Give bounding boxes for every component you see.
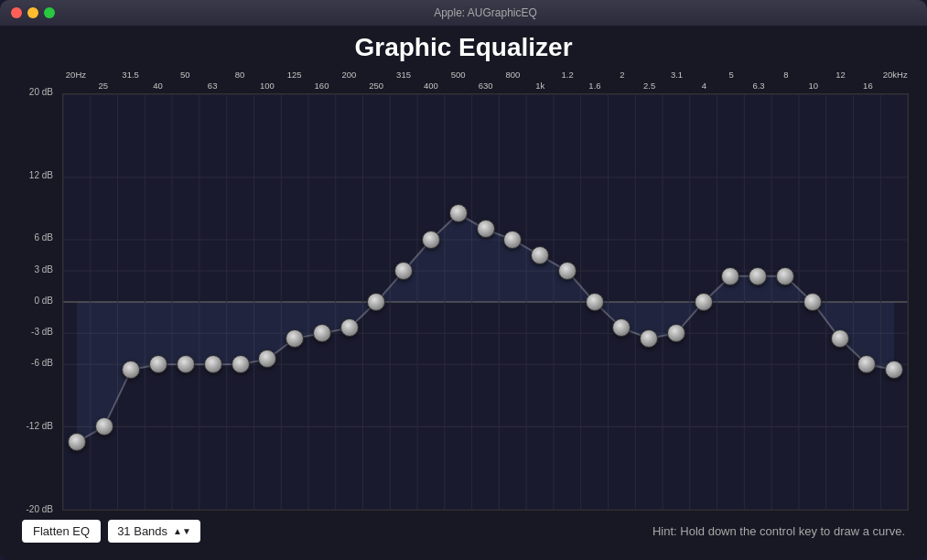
freq-label-bottom: 250 <box>362 81 390 91</box>
eq-knob-20[interactable] <box>612 318 631 337</box>
eq-knob-5[interactable] <box>204 355 222 373</box>
freq-label-top <box>472 70 500 80</box>
freq-label-bottom: 160 <box>308 81 336 91</box>
eq-knob-0[interactable] <box>68 433 86 451</box>
freq-label-top: 200 <box>335 70 362 80</box>
freq-label-bottom: 630 <box>472 81 500 91</box>
freq-label-bottom <box>226 81 253 91</box>
freq-label-bottom: 16 <box>854 81 881 91</box>
freq-label-top: 50 <box>171 70 199 80</box>
freq-label-top <box>145 70 172 80</box>
eq-knob-13[interactable] <box>422 231 440 249</box>
eq-knob-25[interactable] <box>749 267 767 285</box>
flatten-eq-button[interactable]: Flatten EQ <box>22 520 101 543</box>
freq-label-top <box>90 70 117 80</box>
freq-label-top: 20Hz <box>62 70 90 80</box>
eq-knob-11[interactable] <box>367 293 385 311</box>
freq-label-bottom <box>62 81 90 91</box>
freq-label-top: 800 <box>500 70 527 80</box>
bands-arrow-icon: ▲▼ <box>173 528 191 534</box>
eq-knob-2[interactable] <box>122 361 140 379</box>
title-bar: Apple: AUGraphicEQ <box>0 0 927 26</box>
minimize-button[interactable] <box>27 7 38 18</box>
db-label: -12 dB <box>27 422 57 431</box>
freq-label-bottom <box>609 81 636 91</box>
freq-label-top: 500 <box>445 70 472 80</box>
eq-knob-3[interactable] <box>149 355 167 373</box>
freq-label-top: 20kHz <box>881 70 909 80</box>
eq-knob-1[interactable] <box>95 417 113 436</box>
hint-text: Hint: Hold down the control key to draw … <box>200 524 905 538</box>
freq-label-bottom <box>772 81 800 91</box>
eq-knob-27[interactable] <box>803 293 822 311</box>
eq-knob-12[interactable] <box>394 262 413 280</box>
eq-knob-10[interactable] <box>340 318 359 337</box>
freq-label-top <box>526 70 554 80</box>
freq-label-bottom <box>390 81 417 91</box>
freq-label-bottom: 6.3 <box>745 81 772 91</box>
chart-area <box>62 93 909 511</box>
eq-knob-30[interactable] <box>885 361 903 379</box>
freq-label-top <box>417 70 445 80</box>
freq-label-bottom <box>117 81 145 91</box>
freq-label-top: 80 <box>226 70 253 80</box>
freq-label-bottom: 400 <box>417 81 445 91</box>
freq-label-bottom <box>881 81 909 91</box>
page-title: Graphic Equalizer <box>18 33 909 62</box>
eq-knob-29[interactable] <box>857 355 876 373</box>
eq-container: 20Hz31.550801252003155008001.223.1581220… <box>18 70 909 511</box>
freq-label-top <box>745 70 772 80</box>
freq-label-bottom <box>663 81 691 91</box>
db-label: -6 dB <box>31 359 57 368</box>
eq-chart: 20 dB12 dB6 dB3 dB0 dB-3 dB-6 dB-12 dB-2… <box>18 93 909 511</box>
freq-label-top: 3.1 <box>663 70 691 80</box>
freq-label-top: 31.5 <box>117 70 145 80</box>
freq-label-bottom <box>281 81 308 91</box>
freq-label-bottom: 40 <box>145 81 172 91</box>
freq-label-bottom: 10 <box>800 81 827 91</box>
eq-knob-16[interactable] <box>503 231 522 249</box>
freq-label-bottom <box>500 81 527 91</box>
freq-label-top: 5 <box>717 70 745 80</box>
freq-label-bottom: 63 <box>199 81 226 91</box>
close-button[interactable] <box>11 7 22 18</box>
freq-label-bottom <box>554 81 581 91</box>
freq-label-top: 8 <box>772 70 800 80</box>
bands-select-button[interactable]: 31 Bands ▲▼ <box>108 520 200 543</box>
eq-knob-15[interactable] <box>477 220 495 238</box>
freq-label-top <box>800 70 827 80</box>
eq-knob-28[interactable] <box>831 329 849 348</box>
freq-labels-top: 20Hz31.550801252003155008001.223.1581220… <box>18 70 909 80</box>
freq-label-top <box>199 70 226 80</box>
freq-label-bottom <box>827 81 855 91</box>
freq-label-top <box>362 70 390 80</box>
freq-label-top <box>690 70 717 80</box>
eq-knob-7[interactable] <box>258 350 276 368</box>
eq-knob-24[interactable] <box>721 267 739 285</box>
bottom-bar: Flatten EQ 31 Bands ▲▼ Hint: Hold down t… <box>18 511 909 551</box>
eq-knob-21[interactable] <box>640 329 658 348</box>
freq-label-top: 2 <box>609 70 636 80</box>
content-area: Graphic Equalizer 20Hz31.550801252003155… <box>0 26 927 560</box>
db-label: 20 dB <box>29 88 57 97</box>
eq-knob-22[interactable] <box>667 324 685 342</box>
eq-knob-23[interactable] <box>695 293 713 311</box>
freq-label-top <box>854 70 881 80</box>
freq-label-bottom: 100 <box>253 81 281 91</box>
freq-label-bottom <box>445 81 472 91</box>
eq-grid <box>63 94 908 510</box>
eq-knob-26[interactable] <box>776 267 794 285</box>
db-labels: 20 dB12 dB6 dB3 dB0 dB-3 dB-6 dB-12 dB-2… <box>18 93 60 511</box>
eq-knob-14[interactable] <box>449 204 468 222</box>
eq-knob-8[interactable] <box>286 329 304 348</box>
eq-knob-9[interactable] <box>313 324 331 342</box>
eq-knob-17[interactable] <box>531 246 549 264</box>
eq-knob-6[interactable] <box>232 355 250 373</box>
freq-labels-bottom: 2540631001602504006301k1.62.546.31016 <box>18 81 909 91</box>
eq-knob-19[interactable] <box>586 293 604 311</box>
freq-label-bottom: 1k <box>526 81 554 91</box>
freq-label-top: 1.2 <box>554 70 581 80</box>
eq-knob-18[interactable] <box>558 262 577 280</box>
eq-knob-4[interactable] <box>177 355 195 373</box>
maximize-button[interactable] <box>44 7 55 18</box>
